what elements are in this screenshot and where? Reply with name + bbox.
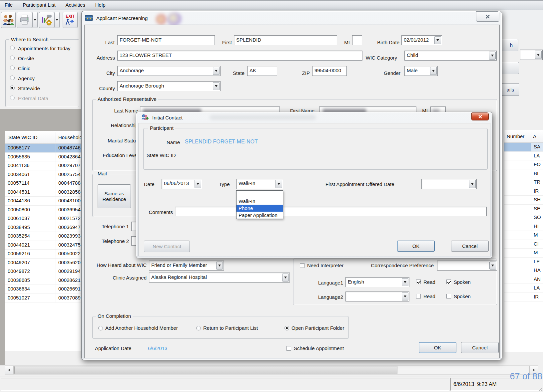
table-row[interactable]: LA — [504, 284, 543, 293]
dropdown-option-paper-application[interactable]: Paper Application — [237, 212, 283, 219]
radio-icon[interactable] — [10, 56, 15, 60]
table-row[interactable]: 0005921600050022 — [5, 250, 82, 259]
table-row[interactable]: M — [504, 249, 543, 258]
dropdown-button[interactable] — [489, 262, 496, 270]
dropdown-button[interactable] — [489, 52, 496, 60]
dropdown-button[interactable] — [434, 36, 441, 44]
initial-contact-titlebar[interactable]: Initial Contact — [136, 112, 492, 123]
need-interpreter-checkbox[interactable] — [300, 263, 304, 268]
scroll-thumb[interactable] — [14, 366, 397, 374]
dropdown-button[interactable] — [402, 278, 408, 286]
county-select[interactable]: Anchorage Borough — [117, 81, 221, 91]
search-option-on-site[interactable]: On-site — [9, 55, 78, 65]
gender-select[interactable]: Male — [404, 66, 438, 76]
print-toolbar-button[interactable] — [17, 12, 32, 28]
dropdown-button[interactable] — [430, 67, 437, 75]
menu-item-file[interactable]: File — [3, 0, 15, 9]
scroll-left-button[interactable] — [5, 366, 14, 374]
dropdown-option-blank[interactable] — [237, 191, 283, 198]
table-row[interactable]: LA — [504, 152, 543, 161]
same-as-residence-button[interactable]: Same as Residence — [98, 184, 131, 208]
address-input[interactable]: 123 FLOWER STREET — [117, 51, 362, 61]
dropdown-button[interactable] — [216, 262, 223, 270]
zip-input[interactable]: 99504-0000 — [312, 66, 347, 76]
exit-toolbar-button[interactable]: EXIT — [63, 12, 78, 28]
dropdown-button[interactable] — [275, 180, 282, 188]
language2-select[interactable] — [345, 292, 409, 301]
dropdown-button[interactable] — [535, 51, 542, 59]
first-appointment-date-picker[interactable] — [421, 179, 477, 189]
dropdown-option-phone[interactable]: Phone — [237, 205, 283, 212]
cancel-button[interactable]: Cancel — [461, 342, 499, 353]
new-contact-button[interactable]: New Contact — [144, 241, 190, 252]
search-option-clinic[interactable]: Clinic — [9, 65, 78, 75]
table-row[interactable]: 0006103700021572 — [5, 214, 82, 223]
radio-icon[interactable] — [10, 86, 15, 90]
clinic-assigned-select[interactable]: Alaska Regional Hospital — [149, 273, 290, 283]
table-row[interactable]: 0003525400023993 — [5, 232, 82, 241]
on-completion-radio-open-participant-folder[interactable] — [284, 326, 289, 330]
table-row[interactable]: SE — [504, 205, 543, 214]
dropdown-option-walk-in[interactable]: Walk-In — [237, 198, 283, 205]
language2-read-checkbox[interactable] — [416, 294, 421, 298]
ok-button[interactable]: OK — [397, 241, 435, 252]
dropdown-button[interactable] — [213, 67, 220, 75]
column-header-state-wic-id[interactable]: State WIC ID — [8, 134, 38, 140]
ok-button[interactable]: OK — [419, 342, 456, 353]
table-row[interactable]: IR — [504, 187, 543, 196]
table-row[interactable]: LE — [504, 258, 543, 267]
background-combo-partial[interactable] — [520, 50, 543, 60]
radio-icon[interactable] — [10, 76, 15, 80]
participants-toolbar-button[interactable] — [1, 12, 16, 28]
participant-list-table[interactable]: State WIC ID Household 00058177000487460… — [5, 131, 82, 351]
participant-list-table-right[interactable]: Number A SALAFOBITRIRSHSESOHIMCIMLEHAANL… — [504, 130, 543, 352]
close-window-button[interactable] — [476, 11, 499, 22]
dropdown-button[interactable] — [469, 180, 476, 188]
horizontal-scrollbar[interactable] — [5, 365, 538, 375]
city-select[interactable]: Anchorage — [117, 66, 221, 76]
dropdown-button[interactable] — [402, 293, 408, 300]
tools-dropdown-button[interactable] — [54, 12, 60, 28]
applicant-prescreening-titlebar[interactable]: Applicant Prescreening — [82, 11, 502, 25]
column-header-a[interactable]: A — [533, 133, 536, 139]
search-option-appointments-for-today[interactable]: Appointments for Today — [9, 45, 78, 55]
table-row[interactable]: SH — [504, 196, 543, 205]
correspondence-preference-select[interactable] — [437, 261, 497, 271]
search-option-agency[interactable]: Agency — [9, 75, 78, 85]
tools-toolbar-button[interactable] — [39, 12, 54, 28]
table-row[interactable]: 0004402100032475 — [5, 241, 82, 250]
participant-table-header[interactable]: State WIC ID Household — [5, 131, 82, 144]
contact-type-select[interactable]: Walk-In — [236, 179, 283, 189]
contact-type-dropdown-list[interactable]: Walk-InPhonePaper Application — [236, 190, 283, 219]
table-row[interactable]: 0005817700048746 — [5, 144, 82, 153]
menu-item-participant-list[interactable]: Participant List — [21, 0, 57, 9]
cancel-button[interactable]: Cancel — [451, 241, 489, 252]
schedule-appointment-checkbox[interactable] — [286, 346, 291, 351]
radio-icon[interactable] — [10, 96, 15, 100]
dropdown-button[interactable] — [213, 82, 220, 90]
table-row[interactable]: BI — [504, 169, 543, 178]
close-window-button[interactable] — [471, 112, 489, 120]
table-row[interactable]: AN — [504, 275, 543, 284]
search-option-external-data[interactable]: External Data — [9, 95, 78, 104]
comments-input[interactable] — [175, 207, 487, 216]
table-row[interactable]: 0005711400044788 — [5, 179, 82, 188]
table-row[interactable]: 0005563500042864 — [5, 153, 82, 162]
language1-read-checkbox[interactable] — [416, 280, 421, 284]
state-input[interactable]: AK — [247, 66, 277, 76]
language2-spoken-checkbox[interactable] — [446, 294, 451, 298]
table-row[interactable]: 0003406100025754 — [5, 170, 82, 179]
birth-date-picker[interactable]: 02/01/2012 — [401, 35, 442, 45]
mi-input[interactable] — [352, 35, 362, 45]
column-header-number[interactable]: Number — [507, 133, 524, 139]
table-row[interactable]: 0005102700037089 — [5, 294, 82, 303]
on-completion-radio-return-to-participant-list[interactable] — [196, 326, 201, 330]
last-name-input[interactable]: FORGET-ME-NOT — [117, 35, 215, 45]
search-option-statewide[interactable]: Statewide — [9, 85, 78, 95]
language1-spoken-checkbox[interactable] — [446, 280, 451, 284]
wic-category-select[interactable]: Child — [404, 51, 497, 61]
table-row[interactable]: IR — [504, 293, 543, 302]
table-row[interactable]: 0004987200029194 — [5, 267, 82, 276]
dropdown-button[interactable] — [195, 180, 201, 188]
table-row[interactable]: 0004113600029707 — [5, 161, 82, 170]
